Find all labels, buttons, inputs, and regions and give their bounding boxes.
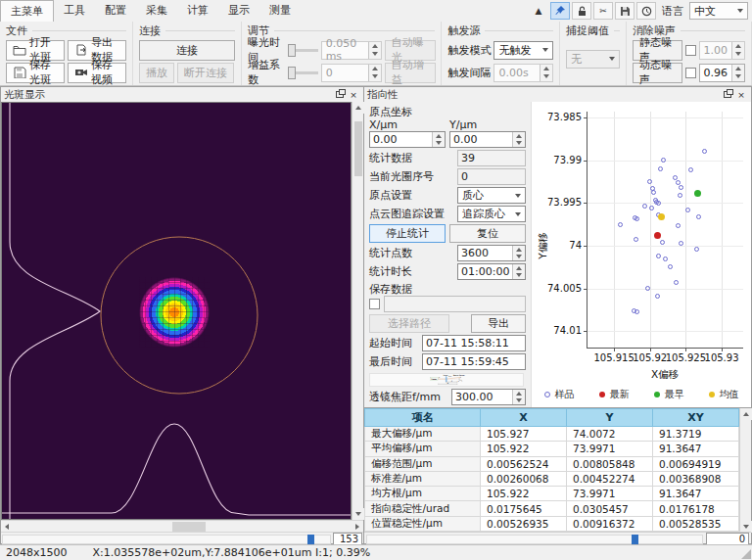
- spin-up-icon[interactable]: [513, 132, 525, 140]
- menu-tab-tools[interactable]: 工具: [54, 0, 95, 22]
- save-path-field[interactable]: [384, 296, 526, 312]
- spin-down-icon[interactable]: [540, 72, 552, 81]
- clock-icon[interactable]: [636, 2, 656, 20]
- menu-tab-main[interactable]: 主菜单: [0, 0, 54, 22]
- disconnect-button[interactable]: 断开连接: [177, 63, 234, 83]
- scroll-up-icon[interactable]: [740, 408, 752, 420]
- reset-button[interactable]: 复位: [449, 224, 526, 243]
- static-noise-spinbox[interactable]: 1.00: [699, 41, 746, 60]
- spin-up-icon[interactable]: [732, 42, 744, 51]
- spin-down-icon[interactable]: [369, 50, 381, 59]
- data-point: [694, 190, 701, 197]
- trigger-mode-select[interactable]: 无触发: [494, 41, 552, 60]
- dynamic-noise-checkbox[interactable]: [685, 68, 695, 78]
- origin-x-spinbox[interactable]: 0.00: [369, 131, 446, 148]
- pointing-slider[interactable]: [366, 535, 703, 544]
- threshold-select[interactable]: 无: [566, 50, 620, 69]
- play-button[interactable]: 播放: [139, 63, 174, 83]
- auto-gain-button[interactable]: 自动增益: [385, 63, 436, 83]
- language-select[interactable]: 中文: [689, 2, 748, 20]
- legend-label: 最新: [610, 388, 630, 401]
- export-button[interactable]: 导出: [471, 314, 526, 333]
- spin-down-icon[interactable]: [513, 140, 525, 148]
- spin-down-icon[interactable]: [732, 72, 744, 81]
- save-spot-button[interactable]: 保存光斑: [6, 63, 65, 83]
- scroll-right-icon[interactable]: [352, 521, 363, 533]
- collapse-ribbon-icon[interactable]: ▲: [529, 2, 548, 20]
- spin-up-icon[interactable]: [513, 264, 525, 272]
- exposure-slider-handle[interactable]: [288, 44, 296, 57]
- spin-up-icon[interactable]: [540, 65, 552, 73]
- spin-up-icon[interactable]: [513, 390, 525, 397]
- vertical-scrollbar[interactable]: [352, 102, 363, 520]
- menu-tab-config[interactable]: 配置: [95, 0, 136, 22]
- exposure-slider[interactable]: [288, 49, 318, 52]
- trigger-interval-spinbox[interactable]: 0.00s: [494, 64, 552, 82]
- menu-tab-measure[interactable]: 测量: [259, 0, 301, 22]
- spin-up-icon[interactable]: [369, 65, 381, 73]
- scroll-down-icon[interactable]: [352, 508, 364, 520]
- scrollbar-thumb[interactable]: [354, 121, 362, 176]
- spin-down-icon[interactable]: [369, 72, 381, 81]
- resize-grip[interactable]: [741, 549, 751, 559]
- gain-slider[interactable]: [288, 71, 318, 74]
- gain-slider-handle[interactable]: [288, 67, 296, 79]
- save-icon[interactable]: [615, 2, 634, 20]
- static-noise-checkbox[interactable]: [685, 45, 695, 56]
- save-video-button[interactable]: 保存视频: [68, 63, 126, 83]
- spin-up-icon[interactable]: [732, 65, 744, 73]
- y-tick-label: 73.995: [533, 197, 582, 208]
- scroll-left-icon[interactable]: [1, 521, 13, 533]
- exposure-spinbox[interactable]: 0.050 ms: [321, 41, 382, 60]
- choose-path-button[interactable]: 选择路径: [369, 314, 449, 333]
- spin-down-icon[interactable]: [513, 272, 525, 280]
- menu-tab-compute[interactable]: 计算: [177, 0, 218, 22]
- gain-spinbox[interactable]: 0: [321, 64, 382, 82]
- x-axis-title: X偏移: [587, 368, 743, 382]
- legend-label: 均值: [720, 388, 739, 401]
- spin-down-icon[interactable]: [433, 140, 445, 148]
- stat-points-spinbox[interactable]: 3600: [457, 245, 526, 261]
- start-time-field[interactable]: 07-11 15:58:11: [422, 335, 526, 351]
- scrollbar-thumb[interactable]: [172, 522, 206, 532]
- origin-set-select[interactable]: 质心: [457, 187, 526, 204]
- origin-y-spinbox[interactable]: 0.00: [449, 131, 526, 148]
- aperture-index-label: 当前光圈序号: [369, 169, 453, 184]
- lock-icon[interactable]: [572, 2, 591, 20]
- aperture-circle: [101, 237, 258, 394]
- table-scrollbar[interactable]: [739, 408, 751, 533]
- dynamic-noise-button[interactable]: 动态噪声: [633, 63, 682, 83]
- menu-tab-acquire[interactable]: 采集: [136, 0, 177, 22]
- cloud-track-select[interactable]: 追踪质心: [457, 206, 526, 222]
- spin-down-icon[interactable]: [513, 397, 525, 405]
- connect-button[interactable]: 连接: [139, 40, 235, 61]
- spin-up-icon[interactable]: [369, 42, 381, 51]
- scroll-up-icon[interactable]: [352, 102, 364, 114]
- spin-down-icon[interactable]: [732, 50, 744, 59]
- spin-up-icon[interactable]: [513, 246, 525, 254]
- spin-down-icon[interactable]: [513, 254, 525, 261]
- x-tick: [722, 348, 723, 351]
- horizontal-scrollbar[interactable]: [1, 520, 363, 532]
- menu-tab-display[interactable]: 显示: [218, 0, 259, 22]
- spin-up-icon[interactable]: [433, 132, 445, 140]
- close-panel-icon[interactable]: ×: [734, 89, 748, 101]
- stat-duration-spinbox[interactable]: 01:00:00: [457, 263, 526, 280]
- end-time-field[interactable]: 07-11 15:59:45: [422, 353, 526, 370]
- float-panel-icon[interactable]: [333, 89, 347, 101]
- data-point: [674, 280, 679, 285]
- stop-statistics-button[interactable]: 停止统计: [369, 224, 446, 243]
- pin-icon[interactable]: [550, 2, 570, 20]
- scissors-icon[interactable]: ✂: [593, 2, 613, 20]
- data-point: [696, 214, 701, 219]
- float-panel-icon[interactable]: [721, 89, 734, 101]
- dynamic-noise-spinbox[interactable]: 0.96: [699, 64, 746, 82]
- table-header-cell: X: [481, 409, 567, 427]
- stat-count-label: 统计数据: [369, 151, 453, 165]
- close-panel-icon[interactable]: ×: [347, 89, 360, 101]
- save-data-checkbox[interactable]: [369, 299, 380, 309]
- focal-length-spinbox[interactable]: 300.00: [451, 389, 526, 405]
- data-point: [658, 213, 665, 220]
- beam-canvas[interactable]: [1, 102, 352, 520]
- display-zoom-slider[interactable]: [2, 535, 331, 544]
